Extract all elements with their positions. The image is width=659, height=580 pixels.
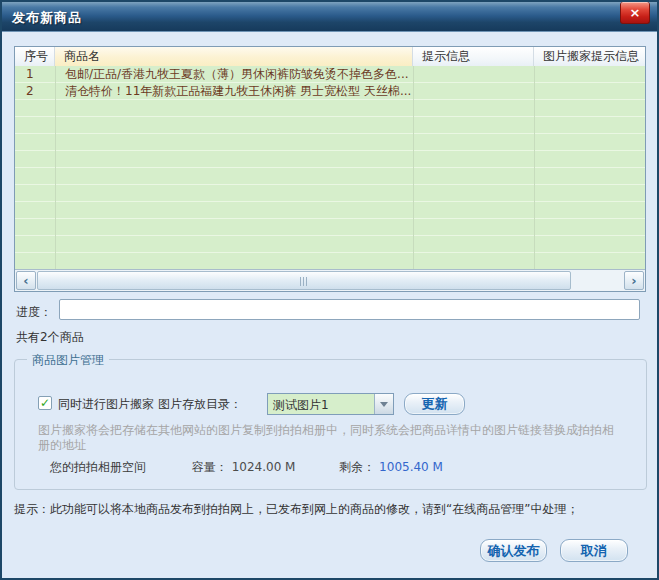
hint-text: 提示：此功能可以将本地商品发布到拍拍网上，已发布到网上的商品的修改，请到“在线商… (14, 501, 650, 518)
column-header-hint[interactable]: 提示信息 (413, 47, 534, 66)
close-button[interactable]: × (620, 2, 650, 24)
horizontal-scrollbar[interactable]: ‹ › (15, 269, 645, 291)
checkmark-icon: ✓ (40, 396, 50, 410)
page-title: 发布新商品 (12, 9, 82, 27)
scroll-right-button[interactable]: › (624, 271, 644, 290)
scroll-right-icon: › (631, 273, 636, 288)
table-row[interactable]: 1 包邮/正品/香港九牧王夏款（薄）男休闲裤防皱免烫不掉色多色... (15, 66, 645, 83)
move-images-label[interactable]: 同时进行图片搬家 (58, 396, 154, 413)
image-management-group: 商品图片管理 ✓ 同时进行图片搬家 图片存放目录： 测试图片1 更新 图片搬家将… (14, 359, 647, 490)
scroll-left-button[interactable]: ‹ (16, 271, 36, 290)
remaining-value: 1005.40 M (379, 460, 443, 474)
progress-input[interactable] (59, 299, 640, 320)
product-table: 序号 商品名 提示信息 图片搬家提示信息 1 包邮/正品/香港九牧王夏款（薄）男… (14, 46, 646, 292)
table-header: 序号 商品名 提示信息 图片搬家提示信息 (15, 47, 645, 66)
chevron-down-icon (380, 402, 388, 407)
progress-label: 进度： (16, 304, 52, 321)
column-header-index[interactable]: 序号 (15, 47, 55, 66)
product-name-cell: 清仓特价！11年新款正品福建九牧王休闲裤 男士宽松型 天丝棉... (55, 83, 413, 100)
move-images-description: 图片搬家将会把存储在其他网站的图片复制到拍拍相册中，同时系统会把商品详情中的图片… (38, 423, 623, 453)
directory-label: 图片存放目录： (158, 396, 242, 413)
group-title: 商品图片管理 (27, 352, 109, 369)
table-body: 1 包邮/正品/香港九牧王夏款（薄）男休闲裤防皱免烫不掉色多色... 2 清仓特… (15, 66, 645, 270)
cancel-button[interactable]: 取消 (560, 539, 628, 562)
album-space-label: 您的拍拍相册空间 (50, 460, 146, 474)
directory-select[interactable]: 测试图片1 (267, 393, 394, 415)
title-bar: 发布新商品 × (2, 2, 657, 32)
column-header-image-hint[interactable]: 图片搬家提示信息 (534, 47, 645, 66)
column-header-name[interactable]: 商品名 (55, 47, 413, 66)
dropdown-button[interactable] (374, 394, 393, 414)
product-name-cell: 包邮/正品/香港九牧王夏款（薄）男休闲裤防皱免烫不掉色多色... (55, 66, 413, 83)
publish-products-dialog: 发布新商品 × 序号 商品名 提示信息 图片搬家提示信息 1 包邮/正品/香港九… (0, 0, 659, 580)
directory-selected-value: 测试图片1 (273, 397, 329, 414)
scrollbar-thumb[interactable] (37, 271, 571, 290)
capacity-label: 容量： (192, 460, 228, 474)
move-images-checkbox[interactable]: ✓ (38, 396, 52, 410)
update-button[interactable]: 更新 (404, 393, 465, 415)
album-space-row: 您的拍拍相册空间 容量： 1024.00 M 剩余： 1005.40 M (50, 459, 443, 476)
confirm-publish-button[interactable]: 确认发布 (480, 539, 547, 562)
remaining-label: 剩余： (339, 460, 375, 474)
scrollbar-grip-icon (300, 277, 308, 286)
row-index-cell: 2 (15, 83, 55, 100)
products-count: 共有2个商品 (16, 329, 84, 346)
row-index-cell: 1 (15, 66, 55, 83)
scroll-left-icon: ‹ (23, 273, 28, 288)
table-row[interactable]: 2 清仓特价！11年新款正品福建九牧王休闲裤 男士宽松型 天丝棉... (15, 83, 645, 100)
capacity-value: 1024.00 M (232, 460, 296, 474)
close-icon: × (630, 5, 641, 20)
